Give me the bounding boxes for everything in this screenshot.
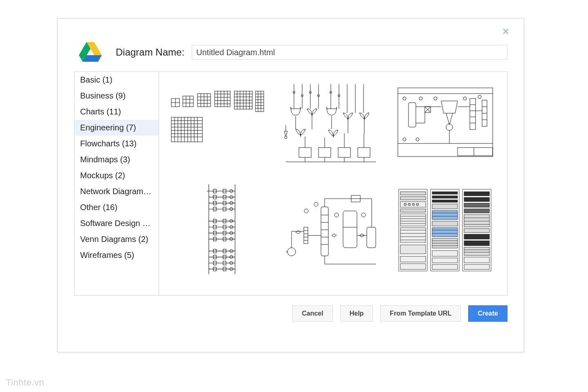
svg-rect-44 xyxy=(171,117,202,142)
svg-rect-210 xyxy=(400,192,426,195)
svg-point-213 xyxy=(404,203,406,206)
svg-point-207 xyxy=(334,213,339,217)
svg-rect-239 xyxy=(432,221,458,226)
svg-rect-124 xyxy=(458,148,493,156)
cancel-button[interactable]: Cancel xyxy=(292,305,332,322)
svg-point-214 xyxy=(408,203,411,206)
svg-rect-266 xyxy=(464,264,489,269)
svg-rect-96 xyxy=(408,103,416,127)
svg-point-205 xyxy=(304,209,308,213)
create-button[interactable]: Create xyxy=(468,305,507,322)
svg-rect-15 xyxy=(215,91,230,107)
svg-rect-240 xyxy=(432,228,458,237)
help-button[interactable]: Help xyxy=(340,305,373,322)
svg-rect-217 xyxy=(400,209,426,212)
svg-point-122 xyxy=(403,138,406,141)
svg-rect-262 xyxy=(464,247,489,255)
svg-rect-259 xyxy=(464,228,489,233)
svg-rect-253 xyxy=(464,203,489,207)
dialog-footer: Cancel Help From Template URL Create xyxy=(58,296,524,322)
svg-rect-247 xyxy=(432,251,458,256)
svg-rect-248 xyxy=(432,258,458,263)
svg-rect-228 xyxy=(400,245,426,254)
new-diagram-dialog: × Diagram Name: Basic (1)Business (9)Cha… xyxy=(57,18,524,352)
svg-rect-3 xyxy=(183,96,193,107)
svg-rect-81 xyxy=(338,148,350,157)
svg-rect-265 xyxy=(464,257,489,263)
sidebar-item-category[interactable]: Business (9) xyxy=(74,88,159,104)
from-template-url-button[interactable]: From Template URL xyxy=(380,305,461,322)
svg-rect-101 xyxy=(470,99,476,130)
sidebar-item-category[interactable]: Basic (1) xyxy=(74,72,159,88)
svg-rect-249 xyxy=(432,264,458,269)
svg-point-118 xyxy=(419,97,422,100)
category-sidebar: Basic (1)Business (9)Charts (11)Engineer… xyxy=(74,72,159,295)
sidebar-item-category[interactable]: Charts (11) xyxy=(74,104,159,120)
svg-point-117 xyxy=(403,97,406,100)
svg-rect-260 xyxy=(464,234,489,239)
svg-rect-261 xyxy=(464,241,489,246)
close-button[interactable]: × xyxy=(501,27,511,36)
svg-rect-82 xyxy=(358,148,370,157)
svg-rect-234 xyxy=(432,200,458,202)
svg-point-123 xyxy=(416,138,419,141)
diagram-name-label: Diagram Name: xyxy=(116,47,184,58)
svg-rect-251 xyxy=(464,192,489,196)
sidebar-item-category[interactable]: Flowcharts (13) xyxy=(74,136,159,152)
diagram-name-input[interactable] xyxy=(192,45,507,60)
sidebar-item-category[interactable]: Venn Diagrams (2) xyxy=(74,231,159,247)
template-logic-circuit[interactable] xyxy=(282,84,380,170)
svg-rect-223 xyxy=(400,228,426,242)
svg-point-208 xyxy=(361,213,366,217)
sidebar-item-category[interactable]: Other (16) xyxy=(74,199,159,215)
svg-rect-218 xyxy=(400,214,426,226)
svg-rect-187 xyxy=(321,207,328,256)
sidebar-item-category[interactable]: Wireframes (5) xyxy=(74,247,159,263)
svg-point-177 xyxy=(287,248,296,256)
template-gallery[interactable] xyxy=(159,72,507,295)
sidebar-item-category[interactable]: Software Design (… xyxy=(74,215,159,231)
template-breadboard-grids[interactable] xyxy=(167,84,265,170)
svg-point-121 xyxy=(478,95,481,99)
sidebar-item-category[interactable]: Engineering (7) xyxy=(74,120,159,136)
svg-point-120 xyxy=(463,97,467,100)
sidebar-item-category[interactable]: Mockups (2) xyxy=(74,168,159,184)
svg-rect-230 xyxy=(400,264,426,269)
template-ladder-diagram[interactable] xyxy=(167,186,265,272)
svg-rect-255 xyxy=(464,215,489,227)
template-server-racks[interactable] xyxy=(396,186,494,272)
svg-rect-236 xyxy=(432,211,458,220)
svg-rect-180 xyxy=(304,227,308,244)
svg-rect-197 xyxy=(343,211,357,248)
svg-rect-235 xyxy=(432,204,458,209)
template-gallery-wrap xyxy=(159,72,507,295)
gallery-spacer xyxy=(167,289,499,295)
svg-rect-229 xyxy=(400,256,426,262)
svg-rect-79 xyxy=(299,148,311,157)
svg-rect-211 xyxy=(400,197,426,200)
template-piping-instrumentation[interactable] xyxy=(282,186,380,272)
google-drive-icon xyxy=(79,42,102,63)
svg-point-215 xyxy=(412,203,415,206)
watermark: Tinhte.vn xyxy=(6,377,44,388)
sidebar-item-category[interactable]: Network Diagram… xyxy=(74,184,159,199)
svg-rect-199 xyxy=(367,227,376,248)
svg-rect-80 xyxy=(319,148,331,157)
dialog-header: Diagram Name: xyxy=(58,18,524,72)
template-process-flow-diagram[interactable] xyxy=(396,84,494,170)
svg-point-206 xyxy=(314,202,318,206)
svg-rect-232 xyxy=(432,192,458,194)
svg-rect-233 xyxy=(432,196,458,198)
svg-rect-252 xyxy=(464,197,489,202)
svg-point-119 xyxy=(434,97,437,100)
svg-point-216 xyxy=(416,203,419,206)
close-icon: × xyxy=(503,25,509,38)
sidebar-item-category[interactable]: Mindmaps (3) xyxy=(74,152,159,168)
svg-rect-254 xyxy=(464,209,489,213)
dialog-body: Basic (1)Business (9)Charts (11)Engineer… xyxy=(74,72,507,296)
